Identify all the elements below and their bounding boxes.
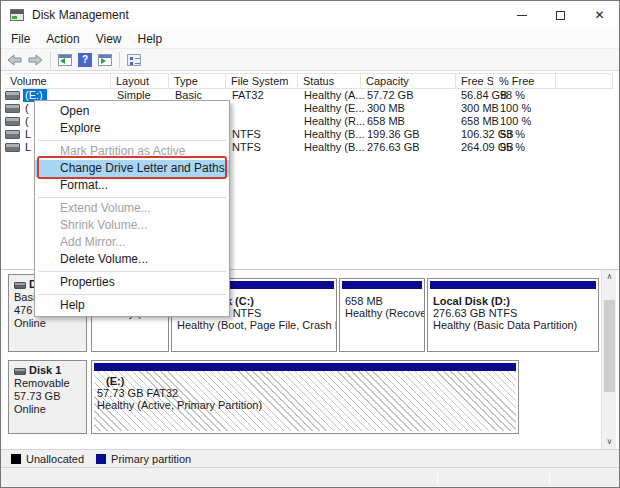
- partition-size: 57.73 GB FAT32: [94, 387, 516, 399]
- disk-status: Online: [14, 317, 86, 330]
- disk1-label-box[interactable]: Disk 1 Removable 57.73 GB Online: [8, 360, 87, 434]
- scroll-down-icon[interactable]: ∨: [602, 435, 617, 449]
- partition-color-bar: [430, 281, 596, 289]
- menu-separator: [35, 291, 229, 297]
- cell-file-system: NTFS: [232, 128, 261, 140]
- partition-size: 276.63 GB NTFS: [430, 307, 596, 319]
- volume-name: (: [25, 115, 29, 127]
- column-pct-free[interactable]: % Free: [494, 74, 556, 88]
- volume-icon: [5, 130, 20, 139]
- vertical-scrollbar[interactable]: ∧ ∨: [601, 270, 616, 449]
- disk-management-window: Disk Management ✕ File Action View Help …: [0, 0, 620, 488]
- menu-file[interactable]: File: [3, 30, 38, 48]
- cell-capacity: 57.72 GB: [367, 89, 413, 101]
- column-capacity[interactable]: Capacity: [361, 74, 456, 88]
- menu-bar: File Action View Help: [1, 29, 619, 49]
- cell-pct-free: 53 %: [500, 128, 525, 140]
- statusbar-divider: [549, 471, 550, 484]
- cell-status: Healthy (B...: [304, 141, 365, 153]
- partition-color-bar: [94, 363, 516, 371]
- legend-label: Unallocated: [26, 453, 84, 465]
- status-bar: [1, 467, 619, 487]
- menu-item-extend-volume: Extend Volume...: [35, 200, 229, 217]
- column-type[interactable]: Type: [169, 74, 226, 88]
- menu-separator: [35, 194, 229, 200]
- disk0-partition-recovery[interactable]: 658 MB Healthy (Recovery: [339, 278, 425, 352]
- disk-name: Disk 1: [29, 364, 61, 376]
- partition-color-bar: [342, 281, 422, 289]
- column-file-system[interactable]: File System: [226, 74, 298, 88]
- partition-status: Healthy (Recovery: [342, 307, 422, 319]
- disk1-partition-e[interactable]: (E:) 57.73 GB FAT32 Healthy (Active, Pri…: [91, 360, 519, 434]
- volume-name: L: [25, 141, 31, 153]
- partition-name: Local Disk (D:): [430, 295, 596, 307]
- menu-view[interactable]: View: [88, 30, 130, 48]
- partition-status: Healthy (Boot, Page File, Crash Dum: [174, 319, 334, 331]
- toolbar-separator: [119, 52, 120, 68]
- context-menu: Open Explore Mark Partition as Active Ch…: [34, 100, 230, 317]
- disk-type: Removable: [14, 377, 86, 390]
- cell-status: Healthy (R...: [304, 115, 365, 127]
- cell-capacity: 300 MB: [367, 102, 405, 114]
- close-button[interactable]: ✕: [580, 1, 619, 29]
- cell-file-system: NTFS: [232, 141, 261, 153]
- console-window-forward-icon[interactable]: [98, 54, 112, 66]
- cell-capacity: 276.63 GB: [367, 141, 420, 153]
- list-view-icon[interactable]: [127, 54, 141, 66]
- menu-item-properties[interactable]: Properties: [35, 274, 229, 291]
- menu-item-open[interactable]: Open: [35, 103, 229, 120]
- volume-name: L: [25, 128, 31, 140]
- back-arrow-icon[interactable]: [7, 54, 22, 66]
- volume-icon: [5, 91, 20, 100]
- column-layout[interactable]: Layout: [111, 74, 169, 88]
- menu-item-explore[interactable]: Explore: [35, 120, 229, 137]
- table-header: Volume Layout Type File System Status Ca…: [5, 73, 613, 89]
- cell-free-space: 300 MB: [461, 102, 499, 114]
- disk-icon: [14, 282, 26, 289]
- cell-capacity: 658 MB: [367, 115, 405, 127]
- column-volume[interactable]: Volume: [5, 74, 111, 88]
- maximize-icon: [556, 11, 565, 20]
- statusbar-divider: [437, 471, 438, 484]
- unallocated-swatch: [11, 454, 21, 464]
- partition-status: Healthy (Active, Primary Partition): [94, 399, 516, 411]
- scroll-up-icon[interactable]: ∧: [602, 270, 617, 284]
- disk0-partition-d[interactable]: Local Disk (D:) 276.63 GB NTFS Healthy (…: [427, 278, 599, 352]
- scrollbar-thumb[interactable]: [604, 300, 615, 392]
- volume-icon: [5, 117, 20, 126]
- toolbar: ?: [1, 49, 619, 71]
- partition-status: Healthy (Basic Data Partition): [430, 319, 596, 331]
- console-window-back-icon[interactable]: [58, 54, 72, 66]
- red-annotation-box: [37, 156, 227, 179]
- menu-separator: [35, 137, 229, 143]
- column-filler: [556, 74, 613, 88]
- app-icon: [10, 9, 24, 21]
- menu-help[interactable]: Help: [130, 30, 171, 48]
- legend-label: Primary partition: [111, 453, 191, 465]
- column-status[interactable]: Status: [298, 74, 361, 88]
- cell-pct-free: 100 %: [500, 102, 531, 114]
- cell-free-space: 658 MB: [461, 115, 499, 127]
- cell-status: Healthy (B...: [304, 128, 365, 140]
- maximize-button[interactable]: [541, 1, 580, 29]
- legend-bar: Unallocated Primary partition: [1, 449, 619, 467]
- menu-item-shrink-volume: Shrink Volume...: [35, 217, 229, 234]
- minimize-button[interactable]: [502, 1, 541, 29]
- menu-item-add-mirror: Add Mirror...: [35, 234, 229, 251]
- forward-arrow-icon[interactable]: [28, 54, 43, 66]
- cell-pct-free: 98 %: [500, 89, 525, 101]
- menu-item-delete-volume[interactable]: Delete Volume...: [35, 251, 229, 268]
- cell-capacity: 199.36 GB: [367, 128, 420, 140]
- column-free-space[interactable]: Free Spa...: [456, 74, 494, 88]
- primary-partition-swatch: [96, 454, 106, 464]
- toolbar-separator: [50, 52, 51, 68]
- title-bar: Disk Management ✕: [1, 1, 619, 29]
- minimize-icon: [517, 15, 527, 16]
- disk-size: 57.73 GB: [14, 390, 86, 403]
- menu-item-format[interactable]: Format...: [35, 177, 229, 194]
- volume-icon: [5, 143, 20, 152]
- cell-pct-free: 100 %: [500, 115, 531, 127]
- help-icon[interactable]: ?: [78, 53, 92, 67]
- menu-item-help[interactable]: Help: [35, 297, 229, 314]
- menu-action[interactable]: Action: [38, 30, 87, 48]
